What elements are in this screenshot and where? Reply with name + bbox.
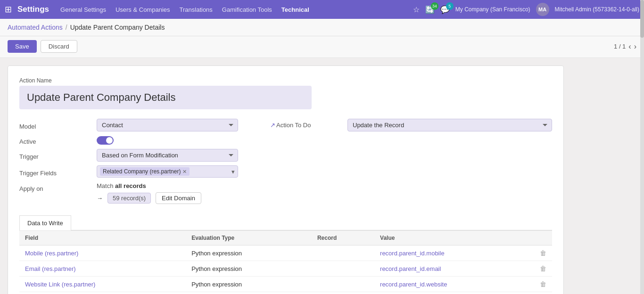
delete-row-button[interactable]: 🗑 [540, 280, 546, 288]
model-select[interactable]: Contact [97, 119, 238, 131]
action-to-do-select[interactable]: Update the Record [347, 119, 552, 131]
scrollbar-thumb[interactable] [640, 0, 644, 38]
nav-general-settings[interactable]: General Settings [60, 6, 106, 13]
updates-badge: 34 [431, 2, 438, 10]
toolbar: Save Discard 1 / 1 ‹ › [0, 36, 644, 58]
table-row: Email (res.partner) Python expression re… [19, 261, 552, 277]
prev-record-button[interactable]: ‹ [628, 42, 631, 51]
user-avatar: MA [536, 3, 549, 16]
star-button[interactable]: ☆ [413, 5, 420, 14]
apply-on-label: Apply on [19, 182, 95, 192]
data-table: Field Evaluation Type Record Value Mobil… [19, 230, 552, 292]
external-link-icon: ↗ [270, 122, 275, 129]
col-evaluation-type: Evaluation Type [186, 231, 312, 245]
trigger-field-tag-remove[interactable]: ✕ [182, 169, 187, 175]
save-button[interactable]: Save [8, 40, 37, 53]
table-cell-delete: 🗑 [534, 245, 552, 261]
action-to-do-label-wrap: ↗ Action To Do [270, 122, 346, 129]
breadcrumb: Automated Actions / Update Parent Compan… [0, 19, 644, 36]
edit-domain-button[interactable]: Edit Domain [156, 192, 201, 204]
apply-on-content: Match all records → 59 record(s) Edit Do… [97, 182, 552, 204]
tab-data-to-write[interactable]: Data to Write [19, 215, 71, 230]
table-row: Mobile (res.partner) Python expression r… [19, 245, 552, 261]
pagination-text: 1 / 1 [614, 43, 626, 50]
trigger-fields-field: Related Company (res.partner) ✕ ▾ [97, 165, 248, 178]
col-field: Field [19, 231, 186, 245]
main-content: Action Name Model Contact ↗ Action To Do… [0, 58, 644, 294]
nav-links: General Settings Users & Companies Trans… [60, 6, 413, 13]
updates-button[interactable]: 🔄 34 [425, 5, 435, 14]
scrollbar[interactable] [640, 0, 644, 294]
records-row: → 59 record(s) Edit Domain [97, 192, 552, 204]
action-name-section: Action Name [19, 77, 552, 109]
table-cell-eval-type: Python expression [186, 277, 312, 292]
active-label: Active [19, 135, 95, 145]
model-field: Contact [97, 119, 248, 131]
value-link[interactable]: record.parent_id.website [380, 281, 447, 288]
table-cell-record [312, 245, 374, 261]
trigger-field: Based on Form Modification [97, 149, 248, 162]
nav-gamification[interactable]: Gamification Tools [222, 6, 272, 13]
match-qualifier: all records [115, 182, 146, 189]
delete-row-button[interactable]: 🗑 [540, 265, 546, 272]
table-cell-value: record.parent_id.mobile [374, 245, 534, 261]
table-cell-delete: 🗑 [534, 277, 552, 292]
table-header-row: Field Evaluation Type Record Value [19, 231, 552, 245]
table-cell-field: Mobile (res.partner) [19, 245, 186, 261]
top-nav: ⊞ Settings General Settings Users & Comp… [0, 0, 644, 19]
trigger-label: Trigger [19, 150, 95, 160]
discard-button[interactable]: Discard [41, 40, 77, 53]
delete-row-button[interactable]: 🗑 [540, 249, 546, 257]
match-text: Match all records [97, 182, 552, 189]
form-card: Action Name Model Contact ↗ Action To Do… [8, 65, 564, 294]
table-row: Website Link (res.partner) Python expres… [19, 277, 552, 292]
app-title: Settings [17, 5, 49, 14]
add-line-link[interactable]: Add a line [19, 292, 58, 294]
value-link[interactable]: record.parent_id.mobile [380, 250, 445, 257]
breadcrumb-parent[interactable]: Automated Actions [8, 24, 63, 31]
messages-badge: 5 [446, 2, 454, 10]
field-link[interactable]: Email (res.partner) [25, 265, 76, 272]
action-name-input[interactable] [19, 86, 312, 109]
right-section: ☆ 🔄 34 💬 5 My Company (San Francisco) MA… [413, 3, 639, 16]
arrow-icon: → [97, 195, 103, 202]
messages-button[interactable]: 💬 5 [440, 5, 450, 14]
grid-icon[interactable]: ⊞ [5, 4, 12, 15]
nav-technical[interactable]: Technical [281, 6, 309, 13]
tabs: Data to Write [19, 215, 552, 230]
trigger-fields-tag-field[interactable]: Related Company (res.partner) ✕ ▾ [97, 165, 238, 178]
active-toggle[interactable] [97, 136, 114, 145]
action-to-do-label: Action To Do [276, 122, 311, 129]
col-actions [534, 231, 552, 245]
trigger-field-tag: Related Company (res.partner) ✕ [100, 167, 190, 176]
field-link[interactable]: Website Link (res.partner) [25, 281, 95, 288]
tab-section: Data to Write Field Evaluation Type Reco… [19, 215, 552, 294]
trigger-field-tag-label: Related Company (res.partner) [103, 168, 181, 175]
nav-translations[interactable]: Translations [180, 6, 213, 13]
pagination: 1 / 1 ‹ › [614, 42, 636, 51]
company-name: My Company (San Francisco) [455, 6, 530, 13]
next-record-button[interactable]: › [634, 42, 636, 51]
table-cell-eval-type: Python expression [186, 261, 312, 277]
table-cell-field: Email (res.partner) [19, 261, 186, 277]
table-cell-field: Website Link (res.partner) [19, 277, 186, 292]
table-cell-value: record.parent_id.website [374, 277, 534, 292]
col-value: Value [374, 231, 534, 245]
table-cell-eval-type: Python expression [186, 245, 312, 261]
breadcrumb-current: Update Parent Company Details [70, 24, 165, 31]
table-cell-delete: 🗑 [534, 261, 552, 277]
table-cell-record [312, 277, 374, 292]
field-link[interactable]: Mobile (res.partner) [25, 250, 78, 257]
value-link[interactable]: record.parent_id.email [380, 265, 441, 272]
table-cell-value: record.parent_id.email [374, 261, 534, 277]
trigger-fields-label: Trigger Fields [19, 167, 95, 177]
action-to-do-field: Update the Record [347, 119, 552, 131]
action-name-label: Action Name [19, 77, 552, 84]
trigger-select[interactable]: Based on Form Modification [97, 149, 238, 162]
records-badge: 59 record(s) [107, 193, 151, 204]
col-record: Record [312, 231, 374, 245]
breadcrumb-separator: / [66, 24, 67, 31]
trigger-fields-dropdown-icon[interactable]: ▾ [231, 168, 235, 175]
table-cell-record [312, 261, 374, 277]
nav-users-companies[interactable]: Users & Companies [116, 6, 170, 13]
